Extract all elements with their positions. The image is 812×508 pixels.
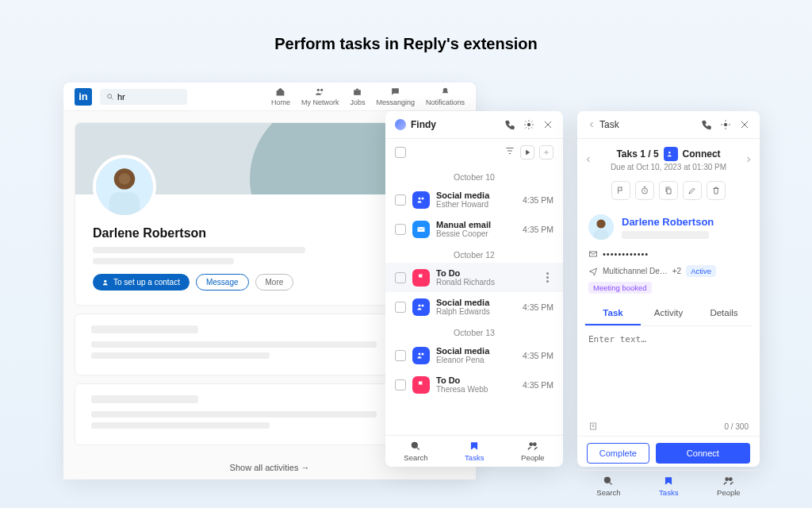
task-time: 4:35 PM (523, 380, 553, 390)
date-separator: October 13 (385, 328, 563, 337)
task-row[interactable]: Manual emailBessie Cooper4:35 PM (385, 214, 563, 244)
task-person-name: Esther Howard (436, 200, 516, 209)
task-person-name: Eleanor Pena (436, 356, 516, 364)
user-plus-icon (102, 279, 110, 287)
back-button[interactable]: Task (587, 119, 619, 130)
row-checkbox[interactable] (395, 194, 406, 206)
linkedin-topbar: in Home My Network Jobs Messanging Notif… (63, 83, 476, 111)
svg-point-17 (412, 442, 418, 448)
sequence-extra[interactable]: +2 (672, 267, 681, 275)
more-button[interactable]: More (255, 274, 294, 291)
message-button[interactable]: Message (196, 274, 249, 291)
nav-messaging[interactable]: Messanging (376, 87, 415, 106)
tab-activity[interactable]: Activity (641, 302, 696, 325)
prev-task-button[interactable] (584, 155, 593, 164)
task-type: To Do (436, 375, 516, 385)
linkedin-search[interactable] (100, 89, 187, 105)
task-row[interactable]: To DoTheresa Webb4:35 PM (385, 370, 563, 399)
svg-point-15 (419, 352, 421, 355)
delete-button[interactable] (707, 181, 726, 200)
status-tag-active: Active (686, 265, 716, 277)
tab-people[interactable]: People (717, 475, 741, 497)
svg-point-30 (726, 478, 729, 481)
phone-icon[interactable] (504, 119, 515, 130)
svg-rect-23 (667, 189, 671, 194)
linkedin-logo-icon: in (75, 88, 92, 106)
edit-button[interactable] (683, 181, 702, 200)
nav-home[interactable]: Home (271, 87, 290, 106)
row-checkbox[interactable] (395, 302, 406, 313)
row-checkbox[interactable] (395, 379, 406, 391)
sequence-name[interactable]: Multichannel De… (603, 267, 668, 275)
findy-title: Findy (411, 119, 436, 130)
nav-network[interactable]: My Network (301, 87, 339, 106)
row-checkbox[interactable] (395, 350, 406, 361)
nav-jobs[interactable]: Jobs (350, 87, 365, 106)
settings-icon[interactable] (523, 119, 534, 130)
tab-details[interactable]: Details (696, 302, 752, 325)
tab-task[interactable]: Task (585, 302, 641, 325)
task-type-icon (412, 298, 430, 316)
svg-point-1 (317, 89, 320, 91)
settings-icon[interactable] (720, 119, 731, 130)
svg-point-2 (320, 89, 323, 91)
mail-icon (588, 249, 598, 259)
connect-badge-icon (664, 147, 678, 161)
snooze-button[interactable] (635, 181, 654, 200)
task-person-name: Ronald Richards (436, 278, 534, 287)
row-checkbox[interactable] (395, 272, 406, 283)
next-task-button[interactable] (744, 155, 753, 164)
person-email: •••••••••••• (577, 248, 760, 260)
close-icon[interactable] (542, 119, 553, 130)
person-subtitle-placeholder (622, 231, 709, 239)
task-note-input[interactable] (588, 334, 749, 409)
svg-point-8 (104, 279, 106, 282)
complete-button[interactable]: Complete (587, 443, 649, 464)
send-icon (588, 267, 598, 276)
tab-tasks[interactable]: Tasks (659, 475, 678, 497)
copy-button[interactable] (659, 181, 678, 200)
svg-rect-3 (354, 90, 362, 95)
flag-button[interactable] (611, 181, 630, 200)
task-type: Social media (436, 298, 516, 307)
task-time: 4:35 PM (523, 351, 553, 360)
chevron-left-icon (587, 120, 596, 129)
row-more-button[interactable] (541, 272, 553, 283)
filter-icon[interactable] (504, 145, 515, 156)
svg-point-31 (729, 478, 732, 481)
tab-search[interactable]: Search (596, 475, 620, 497)
task-row[interactable]: Social mediaRalph Edwards4:35 PM (385, 292, 563, 321)
svg-point-11 (422, 197, 424, 199)
task-row[interactable]: To DoRonald Richards (385, 263, 563, 292)
task-row[interactable]: Social mediaEleanor Pena4:35 PM (385, 341, 563, 370)
template-icon[interactable] (588, 421, 598, 431)
people-icon (315, 87, 325, 97)
play-button[interactable] (520, 145, 534, 160)
svg-point-21 (668, 152, 671, 154)
close-icon[interactable] (739, 119, 750, 130)
task-person-name: Bessie Cooper (436, 229, 516, 238)
task-action-label: Connect (683, 148, 721, 160)
setup-contact-button[interactable]: To set up a contact (93, 274, 190, 291)
select-all-checkbox[interactable] (395, 147, 406, 158)
svg-point-14 (422, 304, 424, 306)
tab-search[interactable]: Search (404, 441, 427, 462)
add-button[interactable] (539, 145, 553, 160)
task-tabs: Task Activity Details (585, 302, 752, 326)
row-checkbox[interactable] (395, 224, 406, 235)
phone-icon[interactable] (701, 119, 712, 130)
task-type: Manual email (436, 220, 516, 229)
linkedin-nav: Home My Network Jobs Messanging Notifica… (271, 87, 465, 106)
task-window: Task Taks 1 / 5 Connect Due at Oct 10, 2… (577, 111, 760, 467)
linkedin-search-input[interactable] (117, 92, 181, 102)
svg-point-0 (108, 94, 112, 98)
findy-window: Findy October 10Social mediaEsther Howar… (385, 111, 563, 467)
nav-notifications[interactable]: Notifications (426, 87, 465, 106)
task-row[interactable]: Social mediaEsther Howard4:35 PM (385, 185, 563, 214)
connect-button[interactable]: Connect (656, 443, 750, 464)
person-name[interactable]: Darlene Robertson (622, 216, 714, 228)
tab-tasks[interactable]: Tasks (465, 441, 484, 462)
bell-icon (440, 87, 450, 97)
status-tag-meeting: Meeting booked (588, 282, 652, 294)
tab-people[interactable]: People (521, 441, 545, 462)
